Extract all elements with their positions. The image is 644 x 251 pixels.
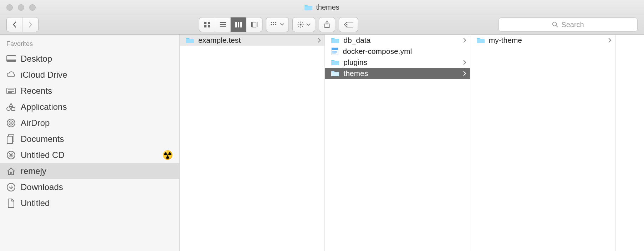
sidebar-item-recents[interactable]: Recents <box>0 83 179 99</box>
file-icon <box>6 199 16 208</box>
home-icon <box>6 167 16 175</box>
back-button[interactable] <box>7 17 22 32</box>
sidebar: Favorites Desktop iCloud Drive Recents A… <box>0 35 180 251</box>
titlebar: themes <box>0 0 644 15</box>
svg-rect-28 <box>8 92 12 93</box>
chevron-right-icon <box>317 36 321 45</box>
sidebar-item-applications[interactable]: Applications <box>0 99 179 115</box>
search-input[interactable]: Search <box>499 17 638 32</box>
sidebar-item-desktop[interactable]: Desktop <box>0 51 179 67</box>
svg-rect-39 <box>332 51 337 52</box>
folder-icon <box>186 37 194 43</box>
yaml-icon <box>331 47 338 55</box>
column-preview <box>615 35 644 251</box>
svg-rect-7 <box>235 22 237 27</box>
window-title: themes <box>305 3 339 11</box>
svg-rect-0 <box>204 22 206 24</box>
arrange-button-group <box>266 17 289 32</box>
sidebar-item-airdrop[interactable]: AirDrop <box>0 115 179 131</box>
file-label: docker-compose.yml <box>343 47 412 56</box>
traffic-lights <box>6 4 36 11</box>
file-row[interactable]: plugins <box>325 57 470 68</box>
svg-rect-13 <box>271 22 272 23</box>
minimize-icon[interactable] <box>18 4 24 11</box>
svg-rect-26 <box>8 89 14 90</box>
recents-icon <box>6 87 16 95</box>
file-label: plugins <box>343 58 367 67</box>
svg-rect-4 <box>220 22 226 23</box>
arrange-button[interactable] <box>266 17 288 32</box>
view-switcher <box>199 17 262 32</box>
svg-rect-3 <box>208 25 210 27</box>
svg-rect-24 <box>7 60 16 61</box>
chevron-right-icon <box>463 58 466 67</box>
column-0[interactable]: example.test <box>180 35 325 251</box>
file-row[interactable]: docker-compose.yml <box>325 46 470 57</box>
svg-rect-18 <box>275 24 276 25</box>
sidebar-item-label: Untitled <box>21 198 50 208</box>
burn-icon[interactable]: ☢️ <box>162 150 173 160</box>
forward-button[interactable] <box>22 17 38 32</box>
search-icon <box>552 21 558 28</box>
toolbar: Search <box>0 15 644 35</box>
folder-icon <box>331 37 339 43</box>
sidebar-item-documents[interactable]: Documents <box>0 131 179 147</box>
gallery-view-button[interactable] <box>246 17 262 32</box>
folder-icon <box>305 4 312 11</box>
zoom-icon[interactable] <box>29 4 36 11</box>
close-icon[interactable] <box>6 4 13 11</box>
svg-rect-5 <box>220 24 226 25</box>
svg-point-21 <box>346 24 347 25</box>
sidebar-item-label: iCloud Drive <box>21 70 67 80</box>
chevron-right-icon <box>463 69 466 78</box>
svg-rect-38 <box>332 48 338 50</box>
action-button[interactable] <box>293 17 315 32</box>
sidebar-item-downloads[interactable]: Downloads <box>0 179 179 195</box>
file-row[interactable]: db_data <box>325 35 470 46</box>
sidebar-item-untitled[interactable]: Untitled <box>0 195 179 211</box>
svg-rect-15 <box>275 22 276 23</box>
file-row[interactable]: themes <box>325 68 470 79</box>
folder-icon <box>331 70 339 77</box>
svg-rect-8 <box>238 22 239 27</box>
sidebar-item-label: Untitled CD <box>21 150 65 160</box>
icon-view-button[interactable] <box>199 17 215 32</box>
apps-icon <box>6 103 16 111</box>
column-2[interactable]: my-theme <box>470 35 615 251</box>
svg-rect-14 <box>273 22 274 23</box>
svg-rect-1 <box>208 22 210 24</box>
column-view-button[interactable] <box>231 17 246 32</box>
svg-rect-40 <box>332 52 337 53</box>
list-view-button[interactable] <box>215 17 231 32</box>
sidebar-item-label: AirDrop <box>21 118 50 128</box>
svg-rect-41 <box>332 53 336 54</box>
sidebar-item-label: Downloads <box>21 182 63 192</box>
content-area: Favorites Desktop iCloud Drive Recents A… <box>0 35 644 251</box>
sidebar-item-label: Applications <box>21 102 67 112</box>
sidebar-item-label: Recents <box>21 86 52 96</box>
svg-rect-17 <box>273 24 274 25</box>
nav-buttons <box>6 17 39 32</box>
svg-rect-27 <box>8 91 14 92</box>
tags-button[interactable] <box>339 17 358 32</box>
search-placeholder: Search <box>561 21 584 29</box>
folder-icon <box>477 37 485 43</box>
sidebar-item-remejy[interactable]: remejy <box>0 163 179 179</box>
svg-rect-6 <box>220 26 226 27</box>
share-button[interactable] <box>319 17 335 32</box>
svg-rect-10 <box>251 22 252 27</box>
desktop-icon <box>6 55 16 63</box>
sidebar-item-icloud-drive[interactable]: iCloud Drive <box>0 67 179 83</box>
file-row[interactable]: example.test <box>180 35 324 46</box>
sidebar-item-label: remejy <box>21 166 46 176</box>
folder-icon <box>331 59 339 66</box>
file-label: themes <box>343 69 368 78</box>
file-label: example.test <box>198 36 241 45</box>
svg-rect-11 <box>252 22 256 27</box>
column-1[interactable]: db_data docker-compose.yml plugins theme… <box>325 35 470 251</box>
file-row[interactable]: my-theme <box>470 35 615 46</box>
window-title-text: themes <box>316 3 339 11</box>
chevron-right-icon <box>463 36 466 45</box>
svg-rect-33 <box>7 136 12 143</box>
sidebar-item-untitled-cd[interactable]: Untitled CD☢️ <box>0 147 179 163</box>
